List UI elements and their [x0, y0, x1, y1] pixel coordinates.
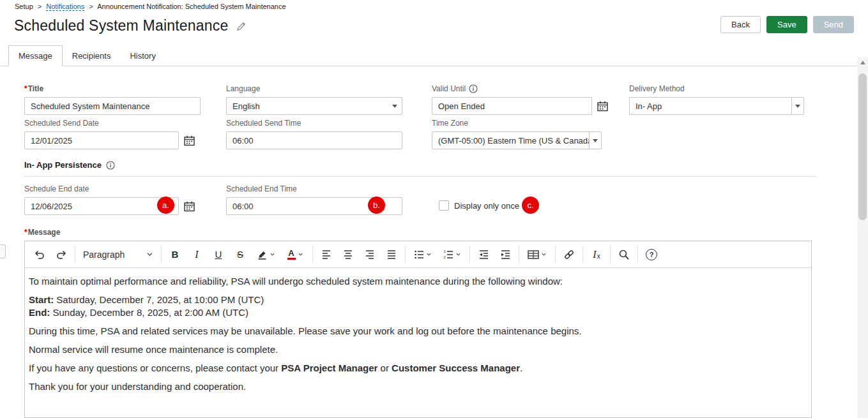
align-left-button[interactable] — [316, 244, 337, 265]
font-color-button[interactable]: A — [280, 244, 310, 265]
toolbar-separator — [519, 246, 519, 263]
send-button[interactable]: Send — [813, 16, 854, 33]
section-divider — [24, 176, 816, 177]
chevron-down-icon — [270, 251, 275, 257]
breadcrumb-separator: > — [38, 3, 42, 10]
link-button[interactable] — [558, 244, 580, 265]
display-only-once-row: Display only once — [439, 200, 519, 211]
scheduled-send-time-label: Scheduled Send Time — [226, 119, 402, 128]
time-zone-select[interactable]: (GMT-05:00) Eastern Time (US & Canada) — [432, 131, 602, 149]
align-right-button[interactable] — [359, 244, 381, 265]
time-zone-field: Time Zone (GMT-05:00) Eastern Time (US &… — [432, 119, 602, 149]
paragraph-style-dropdown[interactable]: Paragraph — [78, 244, 158, 265]
align-center-icon — [343, 249, 353, 260]
bulleted-list-icon — [414, 250, 424, 260]
toolbar-separator — [555, 246, 556, 263]
scheduled-send-date-label: Scheduled Send Date — [24, 119, 195, 128]
annotation-badge-a: a. — [157, 197, 174, 214]
toolbar-separator — [75, 246, 75, 263]
display-only-once-checkbox[interactable] — [439, 200, 449, 211]
back-button[interactable]: Back — [720, 16, 761, 33]
highlight-button[interactable] — [251, 244, 280, 265]
find-button[interactable] — [613, 244, 635, 265]
valid-until-input[interactable] — [432, 97, 592, 115]
delivery-method-select[interactable]: In- App — [629, 97, 804, 115]
message-label: *Message — [24, 228, 60, 237]
search-icon — [618, 249, 630, 260]
scroll-up-button[interactable] — [857, 57, 868, 68]
save-button[interactable]: Save — [766, 16, 807, 33]
remove-format-button[interactable]: I x — [586, 244, 607, 265]
link-icon — [563, 249, 575, 260]
info-icon — [106, 161, 115, 170]
redo-button[interactable] — [50, 244, 72, 265]
panel-collapse-handle[interactable] — [0, 244, 6, 258]
end-date-calendar-button[interactable] — [184, 201, 195, 212]
undo-button[interactable] — [29, 244, 50, 265]
help-button[interactable]: ? — [641, 244, 662, 265]
underline-button[interactable]: U — [208, 244, 229, 265]
paragraph-style-label: Paragraph — [83, 250, 125, 260]
align-justify-button[interactable] — [381, 244, 402, 265]
decrease-indent-icon — [478, 249, 489, 260]
in-app-persistence-section: In- App Persistence — [24, 160, 115, 170]
numbered-list-button[interactable]: 1 2 — [438, 244, 467, 265]
align-center-button[interactable] — [337, 244, 359, 265]
message-editor: Paragraph B I U S A — [24, 241, 812, 418]
page-title: Scheduled System Maintenance — [14, 17, 228, 34]
chevron-down-icon — [388, 98, 402, 114]
undo-icon — [34, 249, 45, 260]
title-input[interactable] — [24, 97, 201, 115]
title-label: *Title — [24, 84, 201, 93]
breadcrumb-notifications-link[interactable]: Notifications — [46, 3, 84, 11]
highlight-marker-icon — [257, 249, 268, 260]
increase-indent-icon — [500, 249, 510, 260]
editor-toolbar: Paragraph B I U S A — [25, 241, 811, 268]
schedule-end-date-label: Schedule End date — [24, 184, 195, 193]
editor-content[interactable]: To maintain optimal performance and reli… — [25, 268, 811, 400]
edit-title-icon[interactable] — [236, 20, 247, 32]
toolbar-separator — [637, 246, 638, 263]
calendar-icon — [184, 135, 195, 146]
editor-paragraph: Normal service will resume once maintena… — [29, 343, 807, 356]
scheduled-send-date-field: Scheduled Send Date — [24, 119, 195, 149]
decrease-indent-button[interactable] — [473, 244, 494, 265]
time-zone-value: (GMT-05:00) Eastern Time (US & Canada) — [432, 132, 589, 149]
align-right-icon — [365, 249, 375, 260]
insert-table-button[interactable] — [522, 244, 552, 265]
align-justify-icon — [386, 249, 397, 260]
valid-until-label: Valid Until — [432, 84, 608, 93]
schedule-end-date-input[interactable] — [24, 197, 179, 215]
tab-message[interactable]: Message — [8, 45, 63, 66]
font-color-icon: A — [287, 249, 296, 260]
svg-text:1: 1 — [444, 250, 446, 253]
breadcrumb-separator: > — [89, 3, 93, 10]
toolbar-separator — [161, 246, 162, 263]
chevron-down-icon — [146, 251, 153, 258]
scheduled-send-date-input[interactable] — [24, 131, 179, 149]
help-icon: ? — [646, 249, 657, 260]
editor-paragraph: During this time, PSA and related servic… — [29, 325, 807, 338]
header: Scheduled System Maintenance — [14, 17, 247, 34]
valid-until-calendar-button[interactable] — [597, 101, 608, 112]
italic-button[interactable]: I — [186, 244, 208, 265]
delivery-method-value: In- App — [630, 98, 791, 114]
scheduled-send-time-field: Scheduled Send Time — [226, 119, 402, 149]
bold-icon: B — [172, 249, 179, 260]
language-select[interactable]: English — [226, 97, 402, 115]
bold-button[interactable]: B — [164, 244, 186, 265]
bulleted-list-button[interactable] — [408, 244, 438, 265]
scrollbar-thumb[interactable] — [858, 73, 867, 220]
editor-paragraph: If you have any questions or concerns, p… — [29, 362, 807, 375]
strikethrough-icon: S — [237, 249, 243, 260]
pencil-icon — [236, 20, 247, 32]
tab-recipients[interactable]: Recipients — [63, 45, 121, 66]
strikethrough-button[interactable]: S — [229, 244, 251, 265]
scheduled-send-time-input[interactable] — [226, 131, 402, 149]
tab-history[interactable]: History — [120, 45, 165, 66]
send-date-calendar-button[interactable] — [184, 135, 195, 146]
remove-format-icon: I x — [593, 249, 600, 260]
annotation-badge-c: c. — [522, 197, 539, 214]
required-asterisk: * — [24, 84, 27, 93]
increase-indent-button[interactable] — [494, 244, 516, 265]
